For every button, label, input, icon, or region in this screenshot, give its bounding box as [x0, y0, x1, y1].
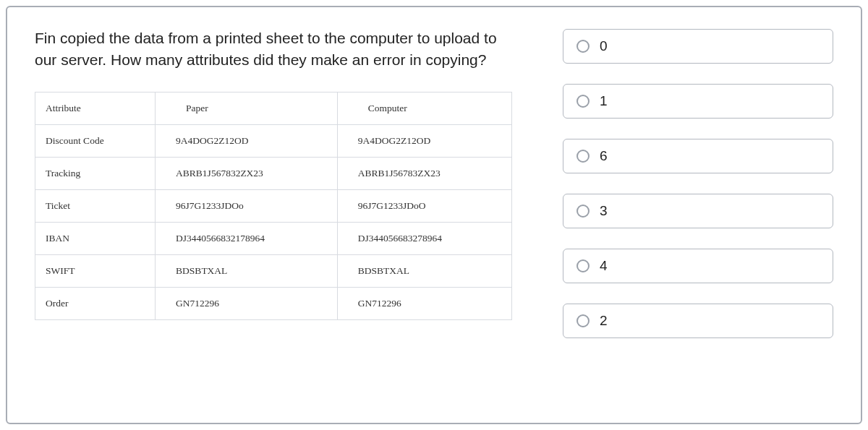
- radio-icon: [576, 40, 590, 53]
- table-row: Order GN712296 GN712296: [35, 287, 512, 319]
- table-header-paper: Paper: [156, 92, 338, 124]
- cell-attribute: Discount Code: [35, 124, 156, 157]
- table-row: Discount Code 9A4DOG2Z12OD 9A4DOG2Z12OD: [35, 124, 512, 157]
- radio-icon: [576, 150, 590, 163]
- option-3[interactable]: 3: [563, 194, 833, 228]
- cell-computer: ABRB1J56783ZX23: [337, 157, 511, 189]
- option-label: 3: [600, 203, 608, 219]
- option-6[interactable]: 6: [563, 139, 833, 173]
- table-row: Tracking ABRB1J567832ZX23 ABRB1J56783ZX2…: [35, 157, 512, 189]
- cell-paper: 96J7G1233JDOo: [156, 189, 338, 222]
- option-4[interactable]: 4: [563, 249, 833, 283]
- option-label: 4: [600, 258, 608, 274]
- table-row: Ticket 96J7G1233JDOo 96J7G1233JDoO: [35, 189, 512, 222]
- cell-computer: 96J7G1233JDoO: [337, 189, 511, 222]
- cell-attribute: Tracking: [35, 157, 156, 189]
- cell-paper: 9A4DOG2Z12OD: [156, 124, 338, 157]
- cell-attribute: SWIFT: [35, 254, 156, 287]
- option-label: 6: [600, 148, 608, 164]
- cell-computer: 9A4DOG2Z12OD: [337, 124, 511, 157]
- table-row: IBAN DJ3440566832178964 DJ34405668327896…: [35, 222, 512, 254]
- option-label: 0: [600, 38, 608, 54]
- option-1[interactable]: 1: [563, 84, 833, 119]
- option-label: 1: [600, 93, 608, 109]
- option-label: 2: [600, 313, 608, 329]
- question-text: Fin copied the data from a printed sheet…: [35, 27, 512, 72]
- cell-computer: DJ344056683278964: [337, 222, 511, 254]
- table-row: SWIFT BDSBTXAL BDSBTXAL: [35, 254, 512, 287]
- cell-paper: BDSBTXAL: [156, 254, 338, 287]
- option-0[interactable]: 0: [563, 29, 833, 64]
- cell-computer: GN712296: [337, 287, 511, 319]
- left-column: Fin copied the data from a printed sheet…: [35, 27, 512, 408]
- cell-paper: GN712296: [156, 287, 338, 319]
- option-2[interactable]: 2: [563, 304, 833, 338]
- cell-attribute: Order: [35, 287, 156, 319]
- radio-icon: [576, 314, 590, 327]
- table-header-computer: Computer: [337, 92, 511, 124]
- options-column: 0 1 6 3 4 2: [563, 27, 833, 408]
- table-header-row: Attribute Paper Computer: [35, 92, 512, 124]
- radio-icon: [576, 259, 590, 272]
- cell-attribute: IBAN: [35, 222, 156, 254]
- table-header-attribute: Attribute: [35, 92, 156, 124]
- cell-paper: DJ3440566832178964: [156, 222, 338, 254]
- cell-paper: ABRB1J567832ZX23: [156, 157, 338, 189]
- question-frame: Fin copied the data from a printed sheet…: [6, 6, 862, 424]
- radio-icon: [576, 205, 590, 218]
- cell-attribute: Ticket: [35, 189, 156, 222]
- radio-icon: [576, 95, 590, 108]
- data-table: Attribute Paper Computer Discount Code 9…: [35, 92, 512, 320]
- cell-computer: BDSBTXAL: [337, 254, 511, 287]
